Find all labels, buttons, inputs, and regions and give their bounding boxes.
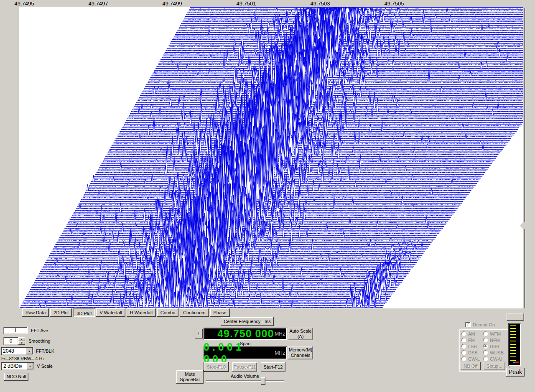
frequency-axis: 49.7495 49.7497 49.7499 49.7501 49.7503 … <box>0 0 535 7</box>
auto-scale-line1: Auto Scale <box>289 328 311 334</box>
radio-icon[interactable] <box>461 344 466 349</box>
mute-line1: Mute <box>185 372 195 377</box>
radio-lsb[interactable]: LSB <box>461 343 480 349</box>
tab-h-waterfall[interactable]: H Waterfall <box>127 308 156 317</box>
signal-level-meter <box>508 323 521 366</box>
mute-line2: SpaceBar <box>180 377 200 382</box>
peak-button[interactable]: Peak <box>506 368 525 377</box>
nco-null-button[interactable]: NCO Null <box>4 373 28 381</box>
audio-volume-thumb[interactable] <box>261 377 265 385</box>
tab-v-waterfall[interactable]: V Waterfall <box>96 308 125 317</box>
tab-phase[interactable]: Phase <box>210 308 230 317</box>
radio-dsb[interactable]: DSB <box>461 349 480 356</box>
center-frequency-button[interactable]: Center Frequency - Ins <box>221 317 274 326</box>
tab-combo[interactable]: Combo <box>157 308 178 317</box>
meter-level-red <box>515 361 519 363</box>
stop-button[interactable]: Stop-F10 <box>204 362 229 372</box>
meter-scale-ticks <box>510 325 516 363</box>
memory-channels-button[interactable]: Memory(M) Channels <box>288 346 313 359</box>
radio-wusb[interactable]: WUSB <box>483 349 504 356</box>
v-scale-label: V Scale <box>37 364 53 369</box>
fft-blk-value: 2048 <box>3 348 14 354</box>
demod-on-checkbox[interactable]: ✓ Demod On <box>465 322 495 327</box>
radio-icon[interactable] <box>483 350 488 355</box>
v-scale-combobox[interactable]: 2 dB/Div ▼ <box>1 362 34 370</box>
radio-nfm[interactable]: NFM <box>483 337 504 343</box>
radio-selected-icon[interactable] <box>483 344 488 349</box>
span-unit: MHz <box>275 350 285 356</box>
center-frequency-value: 49.750 000 <box>217 328 274 340</box>
smoothing-label: Smoothing <box>28 339 51 344</box>
audio-volume-label: Audio Volume <box>206 374 284 379</box>
chevron-down-icon[interactable]: ▼ <box>27 363 33 369</box>
lock-button[interactable]: L <box>195 329 203 339</box>
span-value: 0.001 000 <box>204 341 274 365</box>
radio-am[interactable]: AM <box>461 331 480 337</box>
radio-icon[interactable] <box>461 331 466 336</box>
pause-button[interactable]: Pause-F11 <box>232 362 257 372</box>
mute-button[interactable]: Mute SpaceBar <box>176 370 204 384</box>
demod-modes-left-column: AM FM LSB DSB CW-L <box>461 331 480 362</box>
radio-cwu[interactable]: CW-U <box>483 356 504 362</box>
tab-raw-data[interactable]: Raw Data <box>22 308 49 317</box>
axis-tick-label: 49.7497 <box>82 0 115 7</box>
v-scale-value: 2 dB/Div <box>3 363 22 369</box>
center-frequency-unit: MHz <box>275 331 285 337</box>
spin-down-icon[interactable]: ▼ <box>18 341 25 345</box>
auto-scale-button[interactable]: Auto Scale (A) <box>288 328 313 340</box>
radio-icon[interactable] <box>483 338 488 342</box>
radio-cwl[interactable]: CW-L <box>461 356 480 362</box>
meter-level-cyan <box>513 362 515 363</box>
smoothing-input[interactable]: 0 <box>3 337 18 345</box>
tab-3d-plot[interactable]: 3D Plot <box>73 308 95 317</box>
radio-wfm[interactable]: WFM <box>483 331 504 337</box>
axis-tick-label: 49.7495 <box>8 0 41 7</box>
spin-up-icon[interactable]: ▲ <box>18 337 25 341</box>
fft-ave-input[interactable]: 1 <box>3 327 28 334</box>
start-button[interactable]: Start-F12 <box>261 362 285 372</box>
nb-off-button[interactable]: NB Off <box>461 362 481 370</box>
demod-modes-right-column: WFM NFM USB WUSB CW-U <box>483 331 504 362</box>
radio-icon[interactable] <box>483 356 488 361</box>
rbw-readout: Fs=8138 RBW= 4 Hz <box>1 356 45 361</box>
memory-line1: Memory(M) <box>289 347 312 353</box>
axis-tick-label: 49.7505 <box>377 0 411 7</box>
axis-tick-label: 49.7499 <box>155 0 189 7</box>
auto-scale-line2: (A) <box>298 334 304 339</box>
fft-blk-combobox[interactable]: 2048 ▼ <box>1 347 33 355</box>
blank-button[interactable] <box>507 313 524 321</box>
tab-continuum[interactable]: Continuum <box>180 308 209 317</box>
audio-volume-track[interactable] <box>206 380 284 382</box>
view-tabs: Raw Data 2D Plot 3D Plot V Waterfall H W… <box>22 308 230 317</box>
chevron-down-icon[interactable]: ▼ <box>26 348 33 354</box>
tab-2d-plot[interactable]: 2D Plot <box>50 308 72 317</box>
radio-icon[interactable] <box>461 356 466 361</box>
axis-tick-label: 49.7503 <box>303 0 337 7</box>
vertical-slider-track[interactable] <box>524 8 525 308</box>
checkbox-check-icon[interactable]: ✓ <box>465 322 471 327</box>
fft-ave-label: FFT Ave <box>31 328 48 333</box>
radio-icon[interactable] <box>483 331 488 336</box>
radio-usb-selected[interactable]: USB <box>483 343 504 349</box>
axis-tick-label: 49.7501 <box>229 0 263 7</box>
demod-on-label: Demod On <box>473 322 495 327</box>
span-display[interactable]: 0.001 000 MHz <box>204 346 287 359</box>
radio-fm[interactable]: FM <box>461 337 480 343</box>
3d-waterfall-plot[interactable] <box>19 7 523 308</box>
memory-line2: Channels <box>291 353 310 358</box>
radio-icon[interactable] <box>461 350 466 355</box>
smoothing-spinner[interactable]: ▲ ▼ <box>18 337 25 345</box>
fft-blk-label: FFT/BLK <box>36 349 54 354</box>
radio-icon[interactable] <box>461 338 466 342</box>
center-frequency-display[interactable]: 49.750 000 MHz <box>204 328 287 340</box>
setup-button[interactable]: Setup... <box>484 362 505 370</box>
